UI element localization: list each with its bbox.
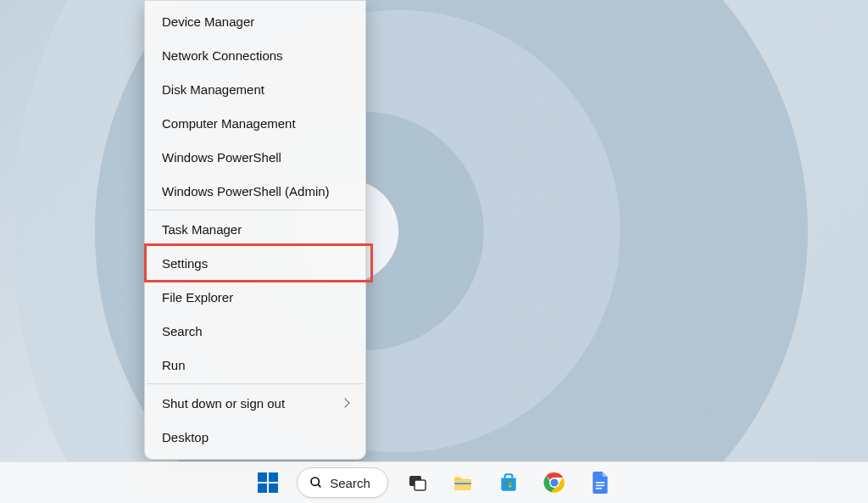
svg-rect-7 <box>506 485 509 488</box>
menu-item-network-connections[interactable]: Network Connections <box>145 38 365 72</box>
menu-item-search[interactable]: Search <box>145 314 365 348</box>
svg-rect-6 <box>509 482 511 484</box>
svg-rect-3 <box>415 480 426 490</box>
google-docs-button[interactable] <box>583 466 617 500</box>
menu-item-windows-powershell-admin[interactable]: Windows PowerShell (Admin) <box>145 174 365 208</box>
windows-logo-icon <box>258 472 278 493</box>
svg-rect-4 <box>454 483 471 484</box>
folder-icon <box>452 472 474 494</box>
search-label: Search <box>330 476 370 490</box>
svg-rect-5 <box>506 482 509 484</box>
svg-point-0 <box>311 478 319 485</box>
menu-item-settings[interactable]: Settings <box>145 246 365 280</box>
file-explorer-button[interactable] <box>446 466 480 500</box>
task-view-button[interactable] <box>400 466 434 500</box>
menu-separator <box>147 210 364 210</box>
menu-item-windows-powershell[interactable]: Windows PowerShell <box>145 140 365 174</box>
menu-item-task-manager[interactable]: Task Manager <box>145 212 365 246</box>
chrome-button[interactable] <box>537 466 571 500</box>
svg-rect-8 <box>509 485 511 488</box>
store-icon <box>498 472 520 494</box>
microsoft-store-button[interactable] <box>492 466 526 500</box>
svg-rect-13 <box>596 485 604 487</box>
menu-item-desktop[interactable]: Desktop <box>145 420 365 454</box>
docs-icon <box>591 472 609 494</box>
menu-item-computer-management[interactable]: Computer Management <box>145 106 365 140</box>
svg-line-1 <box>318 484 320 487</box>
svg-rect-12 <box>596 482 604 483</box>
svg-rect-14 <box>596 488 602 489</box>
menu-item-disk-management[interactable]: Disk Management <box>145 72 365 106</box>
taskbar: Search <box>0 461 868 503</box>
start-button[interactable] <box>251 466 285 500</box>
menu-item-file-explorer[interactable]: File Explorer <box>145 280 365 314</box>
chevron-right-icon <box>340 398 349 407</box>
menu-item-run[interactable]: Run <box>145 348 365 382</box>
search-icon <box>309 476 323 489</box>
taskbar-search[interactable]: Search <box>297 467 388 498</box>
menu-item-shutdown-signout[interactable]: Shut down or sign out <box>145 386 365 420</box>
desktop-wallpaper <box>0 0 868 462</box>
svg-point-11 <box>550 478 558 486</box>
chrome-icon <box>543 472 565 494</box>
menu-item-device-manager[interactable]: Device Manager <box>145 4 365 38</box>
menu-separator <box>147 383 364 384</box>
task-view-icon <box>407 472 427 493</box>
winx-context-menu: Device Manager Network Connections Disk … <box>144 0 366 460</box>
